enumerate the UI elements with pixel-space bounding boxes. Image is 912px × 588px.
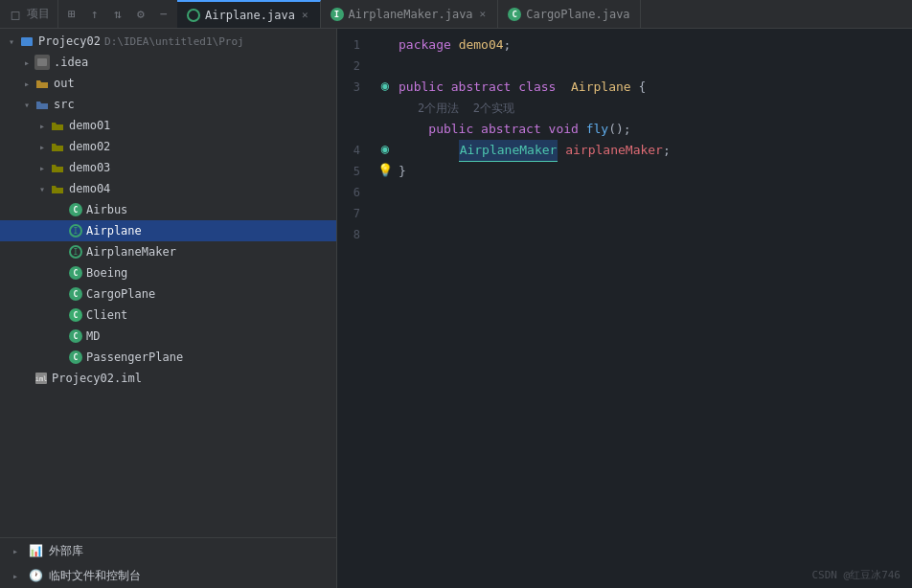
sidebar-item-cargoplane[interactable]: C CargoPlane [0,283,336,305]
code-area[interactable]: package demo04; public abstract class Ai… [395,33,912,588]
temp-console-label: 临时文件和控制台 [49,568,141,584]
tab-airplanemaker[interactable]: I AirplaneMaker.java ✕ [321,0,499,28]
external-lib-label: 外部库 [49,543,83,559]
sidebar-item-boeing[interactable]: C Boeing [0,262,336,283]
watermark: CSDN @红豆冰746 [811,568,901,582]
arrow-projecyo2 [4,36,19,47]
arrow-src [19,100,34,110]
demo04-folder-icon [50,181,65,196]
code-line-2 [399,56,912,77]
arrow-idea [19,57,34,68]
sidebar-item-iml[interactable]: iml Projecy02.iml [0,368,336,389]
idea-label: .idea [54,56,88,69]
sidebar-item-demo04[interactable]: demo04 [0,178,336,199]
tab-airplanemaker-label: AirplaneMaker.java [349,8,473,21]
project-folder-icon [19,34,34,49]
client-class-icon: C [69,308,82,322]
gutter-implement-line4[interactable]: ◉ [376,138,395,159]
arrow-demo02 [34,142,50,152]
bar-chart-icon: 📊 [29,544,43,557]
demo03-label: demo03 [69,161,110,174]
sidebar-item-md[interactable]: C MD [0,326,336,347]
code-line-3: public abstract class Airplane { [399,77,912,98]
minus-icon[interactable]: − [156,7,171,22]
code-line-7 [399,182,912,203]
sidebar: Projecy02 D:\IDEA\untitled1\Proj .idea o [0,29,337,588]
sidebar-item-demo02[interactable]: demo02 [0,136,336,157]
bulb-icon-5[interactable]: 💡 [377,163,393,177]
editor: 1 2 3 4 5 6 7 8 ◉ ◉ [337,29,912,588]
gutter: ◉ ◉ 💡 [376,33,395,588]
demo02-folder-icon [50,139,65,154]
passengerplane-label: PassengerPlane [86,351,183,364]
sidebar-item-airbus[interactable]: C Airbus [0,199,336,220]
boeing-class-icon: C [69,266,82,280]
sidebar-item-airplane[interactable]: I Airplane [0,220,336,241]
code-line-8 [399,203,912,224]
top-bar: □ 项目 ⊞ ↑ ⇅ ⚙ − Airplane.java ✕ I Airplan… [0,0,912,29]
sidebar-item-src[interactable]: src [0,94,336,115]
demo03-folder-icon [50,160,65,175]
svg-rect-1 [37,58,47,66]
svg-rect-0 [21,37,33,46]
sort-icon[interactable]: ⇅ [110,7,125,22]
out-folder-icon [34,76,50,91]
arrow-external-lib [8,546,23,556]
project-icon: □ [8,7,23,22]
airbus-label: Airbus [86,203,127,216]
arrow-demo04 [34,184,50,194]
gutter-bulb-line5[interactable]: 💡 [376,159,395,180]
tab-airplane-label: Airplane.java [205,9,295,22]
upload-icon[interactable]: ↑ [87,7,103,22]
svg-text:iml: iml [35,375,48,383]
md-class-icon: C [69,329,82,343]
tab-airplanemaker-close[interactable]: ✕ [478,7,489,21]
code-line-5: AirplaneMaker airplaneMaker; [399,140,912,161]
sidebar-item-client[interactable]: C Client [0,305,336,326]
code-line-3-hint: 2个用法 2个实现 [399,98,912,119]
cargoplane-label: CargoPlane [86,287,155,301]
sidebar-item-demo01[interactable]: demo01 [0,115,336,136]
sidebar-item-airplanemaker[interactable]: I AirplaneMaker [0,241,336,262]
airplanemaker-interface-icon: I [69,245,82,259]
clock-icon: 🕐 [29,569,43,582]
cargoplane-class-icon: C [69,287,82,301]
md-label: MD [86,329,100,343]
tab-airplane[interactable]: Airplane.java ✕ [177,0,321,28]
settings-icon[interactable]: ⚙ [133,7,148,22]
airbus-class-icon: C [69,203,82,216]
implement-icon-4[interactable]: ◉ [381,141,389,156]
src-folder-icon [34,97,50,112]
projecyo2-label: Projecy02 [38,34,101,48]
project-tab-label[interactable]: 项目 [27,6,50,22]
sidebar-item-out[interactable]: out [0,73,336,94]
demo02-label: demo02 [69,140,110,153]
line-numbers: 1 2 3 4 5 6 7 8 [337,33,376,588]
sidebar-item-external-lib[interactable]: 📊 外部库 [0,538,336,563]
demo04-label: demo04 [69,182,110,195]
sidebar-item-temp-console[interactable]: 🕐 临时文件和控制台 [0,563,336,588]
out-label: out [54,77,75,90]
demo01-folder-icon [50,118,65,133]
idea-folder-icon [34,55,50,70]
hint-text-implementations: 2个用法 2个实现 [418,98,514,119]
gutter-implement-line3[interactable]: ◉ [376,75,395,96]
tab-airplanemaker-icon: I [331,8,344,21]
sidebar-item-projecyo2[interactable]: Projecy02 D:\IDEA\untitled1\Proj [0,31,336,52]
tab-airplane-close[interactable]: ✕ [300,8,310,22]
sidebar-item-passengerplane[interactable]: C PassengerPlane [0,347,336,368]
demo01-label: demo01 [69,119,110,132]
passengerplane-class-icon: C [69,351,82,364]
projecyo2-path: D:\IDEA\untitled1\Proj [104,35,244,48]
tab-cargoplane[interactable]: C CargoPlane.java [498,0,640,28]
tab-airplane-icon [187,9,200,22]
sidebar-item-idea[interactable]: .idea [0,52,336,73]
iml-label: Projecy02.iml [52,372,142,385]
grid-icon[interactable]: ⊞ [64,7,80,22]
arrow-temp-console [8,571,23,581]
airplane-label: Airplane [86,224,142,237]
implement-icon-3[interactable]: ◉ [381,78,389,93]
iml-icon: iml [34,372,48,385]
sidebar-item-demo03[interactable]: demo03 [0,157,336,178]
airplane-abstract-icon: I [69,224,82,237]
